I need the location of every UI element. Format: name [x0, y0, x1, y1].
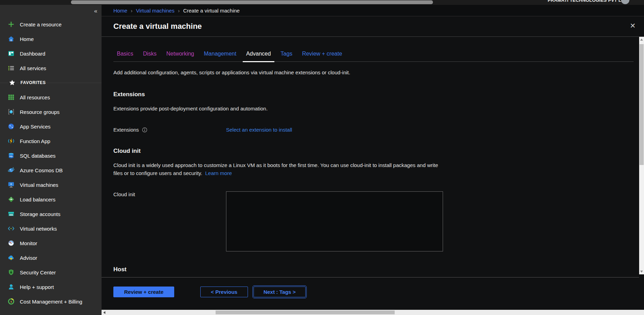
sidebar-item-label: Virtual networks	[20, 226, 57, 232]
tab-management[interactable]: Management	[200, 49, 240, 61]
sidebar-item-resource-groups[interactable]: Resource groups	[0, 105, 102, 119]
sidebar-item-all-services[interactable]: All services	[0, 61, 102, 75]
wizard-footer: Review + create < Previous Next : Tags >	[102, 277, 639, 310]
sidebar-item-cost-management-billing[interactable]: $ Cost Management + Billing	[0, 294, 102, 309]
sidebar-item-label: Cost Management + Billing	[20, 299, 82, 305]
sidebar-item-storage-accounts[interactable]: Storage accounts	[0, 207, 102, 221]
star-icon	[8, 79, 16, 86]
sidebar-item-label: All resources	[20, 94, 50, 100]
sidebar-item-label: Home	[20, 36, 34, 42]
review-create-button[interactable]: Review + create	[113, 287, 174, 297]
sidebar-favorites-header: FAVORITES	[0, 75, 102, 90]
database-icon: SQL	[7, 152, 15, 159]
sidebar-item-virtual-networks[interactable]: Virtual networks	[0, 221, 102, 236]
sidebar-item-app-services[interactable]: App Services	[0, 119, 102, 134]
diamond-icon	[7, 196, 15, 203]
sidebar-item-label: Help + support	[20, 284, 54, 290]
breadcrumb-virtual-machines-link[interactable]: Virtual machines	[136, 8, 175, 14]
sidebar-item-label: Security Center	[20, 270, 56, 275]
lightning-icon	[7, 138, 15, 144]
cloud-init-field-label: Cloud init	[113, 191, 135, 198]
sidebar-item-help-support[interactable]: Help + support	[0, 280, 102, 294]
tab-review-create[interactable]: Review + create	[299, 49, 346, 61]
sidebar-item-home[interactable]: Home	[0, 32, 102, 46]
scroll-down-icon[interactable]	[640, 271, 643, 273]
extensions-field-row: Extensions Select an extension to instal…	[113, 127, 639, 133]
main-content: Basics Disks Networking Management Advan…	[102, 37, 639, 277]
next-tags-button[interactable]: Next : Tags >	[253, 287, 306, 297]
sidebar-item-label: Resource groups	[20, 109, 59, 115]
content-panel: Home › Virtual machines › Create a virtu…	[102, 5, 644, 315]
breadcrumb-separator-icon: ›	[131, 8, 132, 14]
sidebar-item-label: Dashboard	[20, 51, 45, 57]
vertical-scrollbar[interactable]	[639, 37, 644, 274]
tab-advanced[interactable]: Advanced	[243, 49, 274, 61]
cloud-init-heading: Cloud init	[113, 148, 639, 155]
sidebar-item-virtual-machines[interactable]: Virtual machines	[0, 177, 102, 192]
sidebar-item-create-a-resource[interactable]: Create a resource	[0, 17, 102, 32]
scroll-up-icon[interactable]	[640, 39, 643, 41]
sidebar-item-monitor[interactable]: Monitor	[0, 236, 102, 250]
page-title: Create a virtual machine	[113, 22, 202, 31]
previous-button[interactable]: < Previous	[200, 287, 248, 297]
tenant-label[interactable]: PRAMATI TECHNOLOGIES PVT L...	[548, 0, 625, 3]
home-icon	[7, 35, 15, 42]
top-scrollbar-thumb[interactable]	[71, 0, 433, 4]
advanced-tab-intro: Add additional configuration, agents, sc…	[113, 69, 447, 76]
sidebar-item-dashboard[interactable]: Dashboard	[0, 46, 102, 61]
avatar[interactable]	[621, 0, 629, 4]
vertical-scrollbar-thumb[interactable]	[639, 44, 644, 165]
sidebar: « Create a resource Home Dashboard All s…	[0, 5, 102, 315]
angle-brackets-icon	[7, 225, 15, 232]
sidebar-item-label: App Services	[20, 124, 50, 130]
sidebar-item-security-center[interactable]: Security Center	[0, 265, 102, 280]
learn-more-link[interactable]: Learn more	[205, 170, 232, 176]
cloud-init-description: Cloud init is a widely used approach to …	[113, 161, 442, 177]
select-extension-link[interactable]: Select an extension to install	[226, 127, 292, 133]
sidebar-nav: Create a resource Home Dashboard All ser…	[0, 5, 102, 309]
page-header: Create a virtual machine ✕	[102, 16, 644, 37]
horizontal-scrollbar[interactable]	[102, 310, 644, 315]
breadcrumb-home-link[interactable]: Home	[113, 8, 127, 14]
favorites-label: FAVORITES	[21, 80, 46, 85]
sidebar-item-label: Advisor	[20, 255, 37, 261]
dashboard-icon	[7, 50, 15, 57]
sidebar-item-load-balancers[interactable]: Load balancers	[0, 192, 102, 207]
sidebar-collapse-icon[interactable]: «	[94, 8, 97, 15]
extensions-field-label: Extensions	[113, 127, 139, 133]
sidebar-item-label: Virtual machines	[20, 182, 58, 188]
horizontal-scrollbar-thumb[interactable]	[216, 310, 395, 314]
sidebar-item-label: SQL databases	[20, 153, 56, 159]
storage-icon	[7, 210, 15, 217]
extensions-heading: Extensions	[113, 91, 639, 98]
planet-icon	[7, 167, 15, 174]
globe-icon	[7, 123, 15, 130]
cube-brackets-icon	[7, 108, 15, 115]
list-icon	[7, 65, 15, 72]
cloud-init-description-text: Cloud init is a widely used approach to …	[113, 162, 438, 176]
cloud-init-field-label-group: Cloud init	[113, 191, 226, 251]
host-heading: Host	[113, 266, 639, 273]
scroll-left-icon[interactable]	[103, 311, 105, 314]
cloud-init-textarea[interactable]	[226, 191, 443, 251]
svg-text:SQL: SQL	[9, 155, 13, 157]
breadcrumb-separator-icon: ›	[178, 8, 180, 14]
dollar-ring-icon: $	[7, 298, 15, 305]
sidebar-item-advisor[interactable]: Advisor	[0, 250, 102, 265]
tab-tags[interactable]: Tags	[277, 49, 296, 61]
sidebar-item-label: Create a resource	[20, 22, 62, 27]
info-icon[interactable]	[142, 127, 147, 133]
sidebar-item-sql-databases[interactable]: SQL SQL databases	[0, 148, 102, 163]
extensions-description: Extensions provide post-deployment confi…	[113, 105, 442, 113]
sidebar-item-label: Azure Cosmos DB	[20, 167, 63, 173]
cloud-init-field-row: Cloud init	[113, 191, 639, 251]
sidebar-item-azure-cosmos-db[interactable]: Azure Cosmos DB	[0, 163, 102, 177]
tab-disks[interactable]: Disks	[139, 49, 160, 61]
tab-networking[interactable]: Networking	[163, 49, 198, 61]
sidebar-item-all-resources[interactable]: All resources	[0, 90, 102, 105]
tab-basics[interactable]: Basics	[113, 49, 137, 61]
breadcrumb: Home › Virtual machines › Create a virtu…	[102, 5, 644, 16]
sidebar-item-function-app[interactable]: Function App	[0, 134, 102, 148]
close-icon[interactable]: ✕	[630, 22, 636, 29]
top-strip: PRAMATI TECHNOLOGIES PVT L...	[0, 0, 644, 5]
